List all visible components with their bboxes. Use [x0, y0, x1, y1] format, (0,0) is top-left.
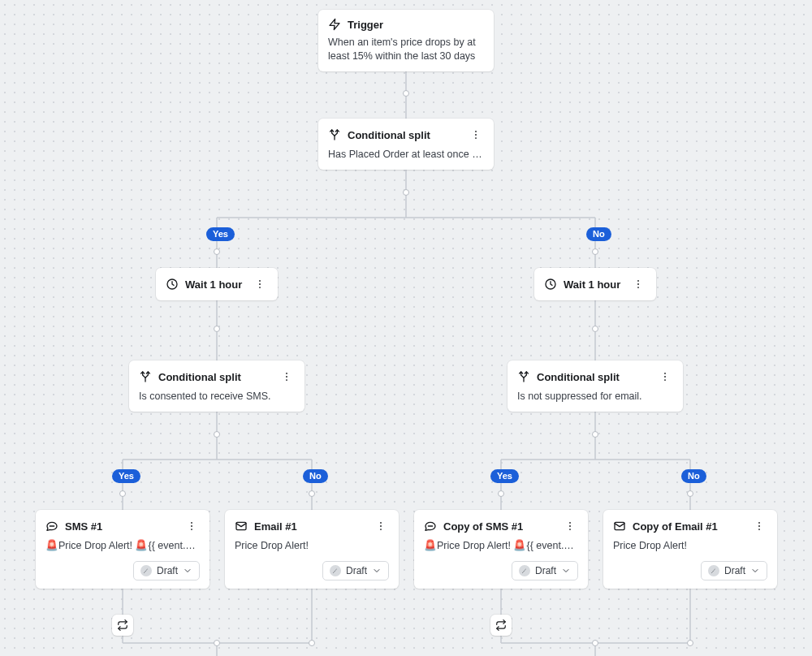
svg-point-35 [664, 379, 666, 381]
node-title: Copy of SMS #1 [443, 520, 555, 533]
node-wait[interactable]: Wait 1 hour [534, 268, 656, 300]
svg-point-38 [191, 525, 192, 527]
chevron-down-icon [750, 566, 760, 576]
split-icon [517, 370, 530, 383]
svg-point-24 [259, 283, 261, 285]
node-body: Is consented to receive SMS. [139, 390, 295, 404]
svg-point-29 [637, 287, 639, 288]
node-body: Has Placed Order at least once over all … [328, 148, 484, 162]
more-menu-button[interactable] [184, 518, 200, 534]
node-body: Price Drop Alert! [235, 539, 389, 553]
svg-point-20 [475, 134, 477, 136]
clock-icon [544, 278, 557, 291]
node-action-email[interactable]: Copy of Email #1 Price Drop Alert! ⟋ Dra… [603, 510, 777, 589]
status-label: Draft [724, 565, 745, 576]
badge-no: No [586, 227, 611, 241]
svg-point-27 [637, 280, 639, 282]
node-action-sms[interactable]: Copy of SMS #1 🚨Price Drop Alert! 🚨{{ ev… [414, 510, 588, 589]
svg-point-25 [259, 287, 261, 288]
svg-point-51 [758, 529, 760, 530]
bolt-icon [328, 18, 341, 31]
svg-point-33 [664, 373, 666, 374]
svg-point-50 [758, 525, 760, 527]
chevron-down-icon [372, 566, 382, 576]
split-icon [139, 370, 152, 383]
svg-point-32 [286, 379, 287, 381]
badge-yes: Yes [112, 469, 140, 483]
svg-point-49 [758, 522, 760, 524]
badge-no: No [681, 469, 706, 483]
label: No [593, 229, 605, 239]
svg-point-37 [191, 522, 192, 524]
svg-point-45 [569, 522, 571, 524]
svg-point-31 [286, 376, 287, 378]
more-menu-button[interactable] [657, 369, 673, 385]
svg-point-43 [380, 529, 382, 530]
svg-marker-18 [330, 19, 339, 29]
node-title: SMS #1 [65, 520, 177, 533]
node-title: Email #1 [254, 520, 366, 533]
status-label: Draft [346, 565, 367, 576]
chevron-down-icon [561, 566, 571, 576]
sms-icon [45, 520, 58, 533]
svg-point-39 [191, 529, 192, 530]
status-label: Draft [535, 565, 556, 576]
svg-point-42 [380, 525, 382, 527]
draft-status-icon: ⟋ [140, 565, 152, 576]
more-menu-button[interactable] [252, 276, 268, 292]
badge-yes: Yes [490, 469, 519, 483]
repeat-icon [490, 615, 512, 636]
node-conditional-split[interactable]: Conditional split Has Placed Order at le… [318, 119, 494, 170]
label: Yes [213, 229, 228, 239]
more-menu-button[interactable] [373, 518, 389, 534]
repeat-icon [112, 615, 133, 636]
svg-point-23 [259, 280, 261, 282]
svg-point-34 [664, 376, 666, 378]
draft-status-icon: ⟋ [708, 565, 719, 576]
node-title: Trigger [348, 19, 484, 31]
node-body: Is not suppressed for email. [517, 390, 673, 404]
node-title: Conditional split [537, 371, 650, 383]
more-menu-button[interactable] [279, 369, 295, 385]
badge-no: No [303, 469, 328, 483]
draft-status-icon: ⟋ [519, 565, 530, 576]
node-conditional-split[interactable]: Conditional split Is not suppressed for … [508, 360, 683, 412]
svg-point-28 [637, 283, 639, 285]
node-body: When an item's price drops by at least 1… [328, 36, 484, 63]
svg-point-47 [569, 529, 571, 530]
node-wait[interactable]: Wait 1 hour [156, 268, 278, 300]
node-action-sms[interactable]: SMS #1 🚨Price Drop Alert! 🚨{{ event.prod… [36, 510, 209, 589]
svg-point-21 [475, 137, 477, 139]
split-icon [328, 128, 341, 141]
node-body: 🚨Price Drop Alert! 🚨{{ event.product_n… [424, 539, 578, 553]
status-dropdown[interactable]: ⟋ Draft [322, 561, 389, 580]
node-body: 🚨Price Drop Alert! 🚨{{ event.product_n… [45, 539, 200, 553]
status-label: Draft [157, 565, 178, 576]
node-conditional-split[interactable]: Conditional split Is consented to receiv… [129, 360, 304, 412]
draft-status-icon: ⟋ [330, 565, 341, 576]
svg-point-30 [286, 373, 287, 374]
sms-icon [424, 520, 437, 533]
clock-icon [166, 278, 179, 291]
more-menu-button[interactable] [630, 276, 646, 292]
email-icon [613, 520, 626, 533]
status-dropdown[interactable]: ⟋ Draft [133, 561, 200, 580]
node-title: Conditional split [158, 371, 272, 383]
label: No [688, 471, 700, 481]
email-icon [235, 520, 248, 533]
svg-point-41 [380, 522, 382, 524]
node-action-email[interactable]: Email #1 Price Drop Alert! ⟋ Draft [225, 510, 399, 589]
node-trigger[interactable]: Trigger When an item's price drops by at… [318, 10, 494, 71]
label: No [309, 471, 322, 481]
more-menu-button[interactable] [468, 127, 484, 143]
label: Yes [497, 471, 512, 481]
status-dropdown[interactable]: ⟋ Draft [701, 561, 767, 580]
node-body: Price Drop Alert! [613, 539, 767, 553]
svg-point-19 [475, 131, 477, 132]
more-menu-button[interactable] [562, 518, 578, 534]
svg-point-46 [569, 525, 571, 527]
badge-yes: Yes [206, 227, 235, 241]
node-title: Conditional split [348, 129, 461, 141]
more-menu-button[interactable] [751, 518, 767, 534]
status-dropdown[interactable]: ⟋ Draft [512, 561, 578, 580]
